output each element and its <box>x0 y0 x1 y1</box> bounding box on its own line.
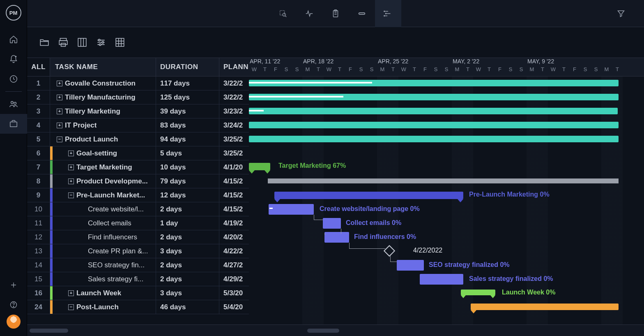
task-duration: 2 days <box>156 272 219 286</box>
view-clipboard-icon[interactable] <box>322 0 349 27</box>
task-row[interactable]: 4+IT Project83 days3/24/2 <box>27 118 249 132</box>
task-name-cell[interactable]: Sales strategy fi... <box>53 272 156 286</box>
task-name-cell[interactable]: Find influencers <box>53 230 156 244</box>
row-number: 3 <box>27 104 50 118</box>
task-name-cell[interactable]: −Pre-Launch Market... <box>53 188 156 202</box>
expand-toggle-icon[interactable]: + <box>57 95 62 100</box>
task-name-cell[interactable]: +Product Developme... <box>53 174 156 188</box>
task-row[interactable]: 7+Target Marketing10 days4/1/20 <box>27 160 249 174</box>
task-name: Product Launch <box>65 135 118 144</box>
nav-team-icon[interactable] <box>0 94 27 114</box>
gantt-bar-govalle[interactable] <box>249 80 619 86</box>
gantt-task-collect-emails[interactable] <box>323 218 341 229</box>
expand-toggle-icon[interactable]: + <box>57 81 62 86</box>
task-row[interactable]: 14SEO strategy fin...2 days4/27/2 <box>27 258 249 272</box>
view-activity-icon[interactable] <box>296 0 322 27</box>
task-row[interactable]: 8+Product Developme...79 days4/15/2 <box>27 174 249 188</box>
tool-grid-icon[interactable] <box>114 37 126 48</box>
task-name-cell[interactable]: +Launch Week <box>53 286 156 300</box>
task-row[interactable]: 11Collect emails1 day4/19/2 <box>27 216 249 230</box>
task-name: Tillery Manufacturing <box>65 93 136 102</box>
col-header-planned[interactable]: PLANN <box>219 58 249 76</box>
gantt-bar-prelaunch[interactable] <box>274 192 463 199</box>
task-row[interactable]: 10Create website/l...2 days4/15/2 <box>27 202 249 216</box>
row-number: 5 <box>27 132 50 146</box>
expand-toggle-icon[interactable]: + <box>68 290 74 296</box>
gantt-bar-tillery-mfg[interactable] <box>249 94 619 100</box>
gantt-milestone[interactable] <box>384 245 395 257</box>
view-gantt-icon[interactable] <box>375 0 401 27</box>
task-name-cell[interactable]: +Goal-setting <box>53 146 156 160</box>
tool-columns-icon[interactable] <box>76 37 88 48</box>
nav-help-icon[interactable] <box>0 295 27 315</box>
grid-hscroll[interactable] <box>30 329 68 333</box>
task-row[interactable]: 16+Launch Week3 days5/3/20 <box>27 286 249 300</box>
gantt-task-seo[interactable] <box>397 260 424 271</box>
gantt-bar-launch-week[interactable] <box>461 290 495 295</box>
col-header-taskname[interactable]: TASK NAME <box>50 58 156 76</box>
filter-icon[interactable] <box>608 0 634 27</box>
svg-point-14 <box>384 15 385 16</box>
task-row[interactable]: 5−Product Launch94 days3/25/2 <box>27 132 249 146</box>
gantt-bar-post-launch[interactable] <box>471 304 619 310</box>
expand-toggle-icon[interactable]: + <box>57 123 62 128</box>
task-duration: 125 days <box>156 90 219 104</box>
task-name-cell[interactable]: +IT Project <box>53 118 156 132</box>
task-name-cell[interactable]: Create website/l... <box>53 202 156 216</box>
gantt-bar-tillery-mkt[interactable] <box>249 108 618 114</box>
task-row[interactable]: 24−Post-Launch46 days5/4/20 <box>27 300 249 314</box>
gantt-task-find-influencers[interactable] <box>324 232 349 243</box>
task-row[interactable]: 12Find influencers2 days4/20/2 <box>27 230 249 244</box>
gantt-task-sales[interactable] <box>420 274 463 285</box>
expand-toggle-icon[interactable]: + <box>57 109 62 114</box>
view-link-icon[interactable] <box>349 0 375 27</box>
gantt-bar-target-marketing[interactable] <box>249 163 270 170</box>
task-row[interactable]: 15Sales strategy fi...2 days4/29/2 <box>27 272 249 286</box>
task-name-cell[interactable]: +Tillery Marketing <box>53 104 156 118</box>
gantt-hscroll[interactable] <box>307 329 339 333</box>
gantt-label-launch-week: Launch Week 0% <box>502 289 555 296</box>
task-row[interactable]: 6+Goal-setting5 days3/25/2 <box>27 146 249 160</box>
nav-recent-icon[interactable] <box>0 69 27 89</box>
nav-portfolio-icon[interactable] <box>0 114 27 134</box>
task-row[interactable]: 13Create PR plan &...3 days4/22/2 <box>27 244 249 258</box>
task-name-cell[interactable]: Create PR plan &... <box>53 244 156 258</box>
gantt-bar-product-dev[interactable] <box>268 178 619 183</box>
tool-folder-icon[interactable] <box>39 37 50 48</box>
task-name-cell[interactable]: −Product Launch <box>53 132 156 146</box>
task-name-cell[interactable]: +Tillery Manufacturing <box>53 90 156 104</box>
task-name-cell[interactable]: +Govalle Construction <box>53 76 156 90</box>
task-name-cell[interactable]: +Target Marketing <box>53 160 156 174</box>
task-row[interactable]: 2+Tillery Manufacturing125 days3/22/2 <box>27 90 249 104</box>
expand-toggle-icon[interactable]: + <box>68 165 74 170</box>
tool-print-icon[interactable] <box>58 37 69 48</box>
task-row[interactable]: 9−Pre-Launch Market...12 days4/15/2 <box>27 188 249 202</box>
task-grid: 1+Govalle Construction117 days3/22/22+Ti… <box>27 76 249 324</box>
task-name-cell[interactable]: SEO strategy fin... <box>53 258 156 272</box>
col-header-duration[interactable]: DURATION <box>156 58 219 76</box>
nav-home-icon[interactable] <box>0 30 27 49</box>
task-name-cell[interactable]: Collect emails <box>53 216 156 230</box>
nav-add-icon[interactable] <box>0 275 27 295</box>
task-row[interactable]: 3+Tillery Marketing39 days3/23/2 <box>27 104 249 118</box>
row-number: 13 <box>27 244 50 258</box>
user-avatar[interactable] <box>7 315 21 329</box>
expand-toggle-icon[interactable]: + <box>68 178 74 184</box>
nav-notifications-icon[interactable] <box>0 49 27 69</box>
task-row[interactable]: 1+Govalle Construction117 days3/22/2 <box>27 76 249 90</box>
gantt-chart[interactable]: Target Marketing 67% Pre-Launch Marketin… <box>249 76 644 324</box>
gantt-bar-it[interactable] <box>249 122 619 128</box>
gantt-task-create-website[interactable] <box>269 204 314 215</box>
expand-toggle-icon[interactable]: − <box>57 137 62 142</box>
view-zoom-icon[interactable] <box>270 0 296 27</box>
timeline-day: S <box>366 66 377 77</box>
expand-toggle-icon[interactable]: − <box>68 192 74 198</box>
task-name-cell[interactable]: −Post-Launch <box>53 300 156 314</box>
app-logo[interactable]: PM <box>6 5 21 21</box>
gantt-bar-product-launch[interactable] <box>249 136 619 142</box>
expand-toggle-icon[interactable]: − <box>68 304 74 310</box>
col-header-all[interactable]: ALL <box>27 58 50 76</box>
expand-toggle-icon[interactable]: + <box>68 151 74 156</box>
task-duration: 46 days <box>156 300 219 314</box>
tool-settings-icon[interactable] <box>95 37 107 48</box>
